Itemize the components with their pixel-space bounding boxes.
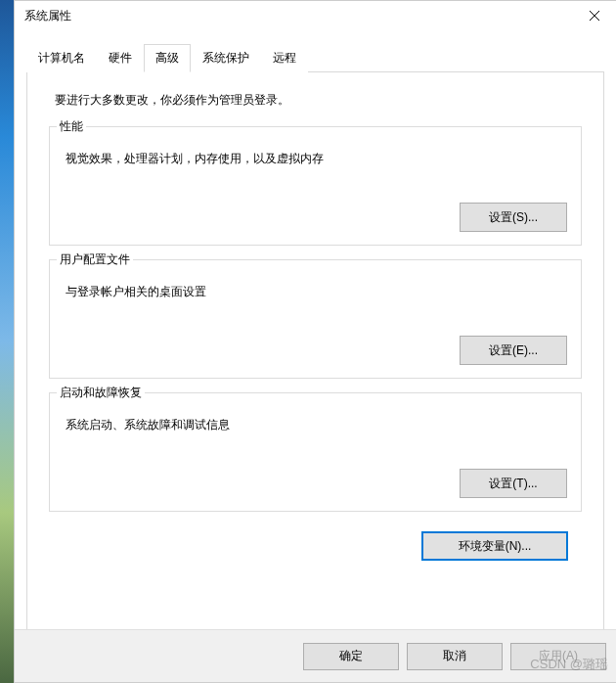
titlebar: 系统属性 — [15, 1, 616, 30]
environment-variables-button[interactable]: 环境变量(N)... — [421, 531, 568, 561]
performance-desc: 视觉效果，处理器计划，内存使用，以及虚拟内存 — [66, 151, 567, 167]
cancel-button[interactable]: 取消 — [407, 643, 503, 670]
tab-computer-name[interactable]: 计算机名 — [26, 44, 97, 72]
tab-row: 计算机名 硬件 高级 系统保护 远程 — [26, 44, 604, 72]
tab-system-protection[interactable]: 系统保护 — [191, 44, 261, 72]
tabs-container: 计算机名 硬件 高级 系统保护 远程 要进行大多数更改，你必须作为管理员登录。 … — [15, 30, 616, 642]
admin-note: 要进行大多数更改，你必须作为管理员登录。 — [55, 92, 582, 109]
startup-recovery-desc: 系统启动、系统故障和调试信息 — [66, 417, 567, 433]
system-properties-dialog: 系统属性 计算机名 硬件 高级 系统保护 远程 要进行大多数更改，你必须作为管理… — [14, 0, 616, 683]
startup-recovery-legend: 启动和故障恢复 — [57, 385, 145, 401]
user-profiles-group: 用户配置文件 与登录帐户相关的桌面设置 设置(E)... — [49, 259, 582, 379]
ok-button[interactable]: 确定 — [303, 643, 399, 670]
tab-hardware[interactable]: 硬件 — [97, 44, 144, 72]
user-profiles-settings-button[interactable]: 设置(E)... — [460, 336, 567, 365]
dialog-footer: 确定 取消 应用(A) — [15, 629, 616, 682]
window-title: 系统属性 — [24, 8, 71, 24]
close-icon — [590, 11, 599, 21]
tab-advanced[interactable]: 高级 — [144, 44, 191, 72]
startup-recovery-settings-button[interactable]: 设置(T)... — [460, 469, 567, 498]
user-profiles-desc: 与登录帐户相关的桌面设置 — [66, 284, 567, 300]
performance-legend: 性能 — [57, 118, 86, 135]
close-button[interactable] — [572, 1, 616, 30]
env-row: 环境变量(N)... — [49, 531, 582, 561]
performance-group: 性能 视觉效果，处理器计划，内存使用，以及虚拟内存 设置(S)... — [49, 126, 582, 246]
performance-settings-button[interactable]: 设置(S)... — [460, 203, 567, 232]
user-profiles-legend: 用户配置文件 — [57, 251, 133, 268]
apply-button[interactable]: 应用(A) — [510, 643, 606, 670]
startup-recovery-group: 启动和故障恢复 系统启动、系统故障和调试信息 设置(T)... — [49, 392, 582, 512]
tab-remote[interactable]: 远程 — [261, 44, 308, 72]
tab-panel-advanced: 要进行大多数更改，你必须作为管理员登录。 性能 视觉效果，处理器计划，内存使用，… — [26, 72, 604, 642]
